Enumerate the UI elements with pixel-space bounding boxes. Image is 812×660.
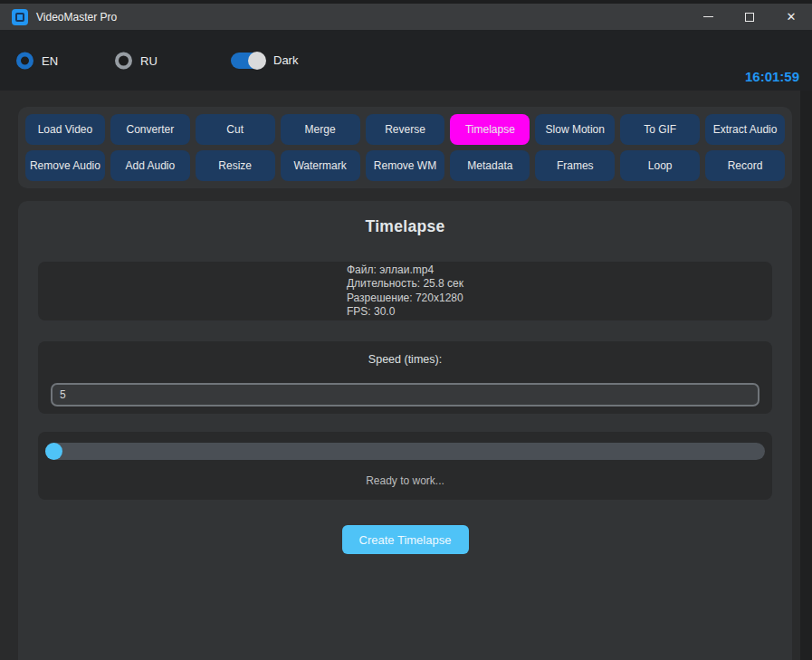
toolbar-button-timelapse[interactable]: Timelapse <box>450 114 530 145</box>
radio-ru-icon[interactable] <box>115 52 132 69</box>
create-timelapse-button[interactable]: Create Timelapse <box>342 525 469 554</box>
toolbar-button-metadata[interactable]: Metadata <box>450 150 530 181</box>
radio-ru-label: RU <box>140 53 158 67</box>
minimize-button[interactable] <box>687 4 729 30</box>
radio-en-label: EN <box>42 53 58 67</box>
toolbar-button-converter[interactable]: Converter <box>110 114 190 145</box>
theme-toggle-label: Dark <box>273 53 298 67</box>
progress-box: Ready to work... <box>38 432 772 500</box>
theme-toggle-group[interactable]: Dark <box>231 53 298 69</box>
progress-knob-icon <box>45 443 62 460</box>
app-logo-inner-square <box>15 13 24 22</box>
dark-mode-toggle[interactable] <box>231 53 265 69</box>
language-option-ru[interactable]: RU <box>115 52 158 69</box>
toolbar-button-remove-audio[interactable]: Remove Audio <box>25 150 105 181</box>
language-option-en[interactable]: EN <box>16 52 58 69</box>
file-info-resolution: Разрешение: 720x1280 <box>347 292 463 306</box>
window-title: VideoMaster Pro <box>36 11 117 24</box>
file-info-fps: FPS: 30.0 <box>347 305 463 320</box>
toolbar-button-record[interactable]: Record <box>705 150 785 181</box>
file-info-duration: Длительность: 25.8 сек <box>347 277 463 292</box>
title-bar: VideoMaster Pro ✕ <box>0 0 812 30</box>
file-info-box: Файл: эллаи.mp4 Длительность: 25.8 сек Р… <box>38 262 772 320</box>
toolbar-button-frames[interactable]: Frames <box>535 150 615 181</box>
file-info-name: Файл: эллаи.mp4 <box>347 263 463 278</box>
toolbar-grid: Load VideoConverterCutMergeReverseTimela… <box>18 107 792 188</box>
status-text: Ready to work... <box>38 474 772 487</box>
speed-label: Speed (times): <box>38 353 772 367</box>
progress-bar <box>45 443 765 460</box>
right-edge-band <box>800 91 812 660</box>
toolbar-button-extract-audio[interactable]: Extract Audio <box>705 114 785 145</box>
toolbar-button-loop[interactable]: Loop <box>620 150 700 181</box>
speed-input[interactable] <box>51 383 759 407</box>
toolbar-button-slow-motion[interactable]: Slow Motion <box>535 114 615 145</box>
toolbar-button-watermark[interactable]: Watermark <box>281 150 360 181</box>
maximize-icon <box>745 13 754 22</box>
toolbar-button-merge[interactable]: Merge <box>281 114 360 145</box>
minimize-icon <box>703 16 713 18</box>
close-icon: ✕ <box>787 11 797 23</box>
window-controls: ✕ <box>687 4 812 30</box>
speed-box: Speed (times): <box>38 341 772 414</box>
app-logo-icon <box>12 9 28 25</box>
toolbar-button-to-gif[interactable]: To GIF <box>620 114 700 145</box>
toolbar-button-remove-wm[interactable]: Remove WM <box>366 150 445 181</box>
toolbar-button-load-video[interactable]: Load Video <box>25 114 105 145</box>
main-area: Load VideoConverterCutMergeReverseTimela… <box>0 91 812 660</box>
clock-time: 16:01:59 <box>745 69 799 84</box>
maximize-button[interactable] <box>729 4 770 30</box>
timelapse-panel: Timelapse Файл: эллаи.mp4 Длительность: … <box>18 201 792 660</box>
radio-en-icon[interactable] <box>16 52 33 69</box>
page-title: Timelapse <box>18 217 792 236</box>
toolbar-button-reverse[interactable]: Reverse <box>366 114 445 145</box>
file-info-lines: Файл: эллаи.mp4 Длительность: 25.8 сек Р… <box>347 263 463 320</box>
toolbar-button-cut[interactable]: Cut <box>196 114 275 145</box>
toolbar-button-resize[interactable]: Resize <box>196 150 275 181</box>
close-button[interactable]: ✕ <box>770 4 812 30</box>
toolbar-button-add-audio[interactable]: Add Audio <box>110 150 190 181</box>
header-bar: EN RU Dark 16:01:59 16.11.2025 <box>0 30 812 91</box>
toggle-knob <box>248 52 266 70</box>
